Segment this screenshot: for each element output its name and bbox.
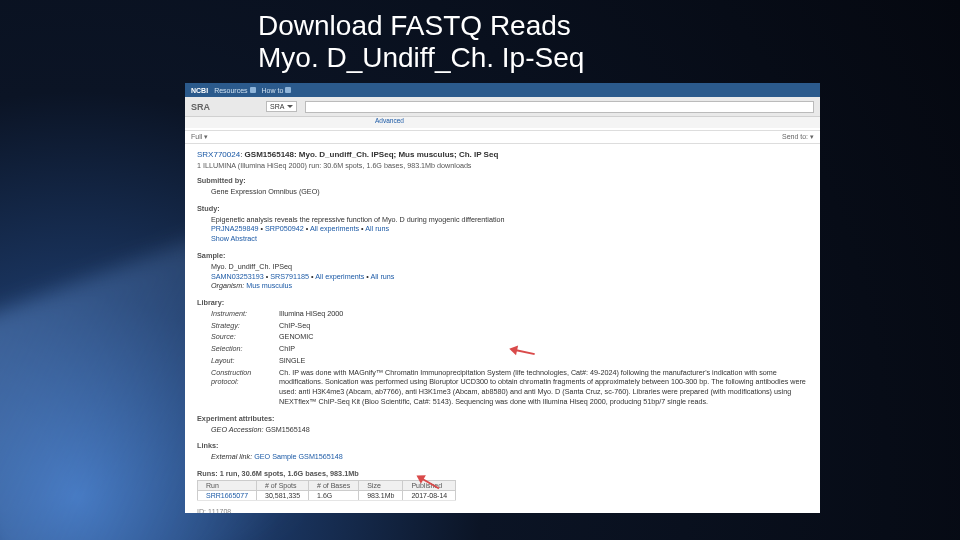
expattr-val: GSM1565148 [265,425,309,434]
search-input[interactable] [306,102,813,112]
view-select[interactable]: Full ▾ [191,133,208,141]
record-title-text: GSM1565148: Myo. D_undiff_Ch. IPSeq; Mus… [245,150,499,159]
slide-title-line1: Download FASTQ Reads [258,10,758,42]
links-heading: Links: [197,441,808,450]
dropdown-icon [250,87,256,93]
layout-val: SINGLE [279,356,808,366]
library-kv: Instrument:Illumina HiSeq 2000 Strategy:… [211,309,808,406]
srs-link[interactable]: SRS791185 [270,272,309,281]
database-label: SRA [270,103,284,110]
resources-menu[interactable]: Resources [214,87,255,94]
advanced-link[interactable]: Advanced [375,117,404,124]
library-heading: Library: [197,298,808,307]
study-desc: Epigenetic analysis reveals the repressi… [211,215,808,225]
ncbi-logo[interactable]: NCBI [191,87,208,94]
submitted-value: Gene Expression Omnibus (GEO) [211,187,808,197]
prjna-link[interactable]: PRJNA259849 [211,224,259,233]
srx-link[interactable]: SRX770024 [197,150,240,159]
ncbi-top-bar: NCBI Resources How to [185,83,820,97]
th-bases[interactable]: # of Bases [309,480,359,490]
expattr-heading: Experiment attributes: [197,414,808,423]
view-toolbar: Full ▾ Send to: ▾ [185,130,820,144]
organism-key: Organism: [211,281,244,290]
record-id: ID: 111708 [197,508,808,513]
record-subline: 1 ILLUMINA (Illumina HiSeq 2000) run: 30… [197,161,808,170]
record-content: SRX770024: GSM1565148: Myo. D_undiff_Ch.… [185,144,820,513]
source-val: GENOMIC [279,332,808,342]
samn-link[interactable]: SAMN03253193 [211,272,264,281]
sample-name: Myo. D_undiff_Ch. IPSeq [211,262,808,272]
database-select[interactable]: SRA [266,101,297,112]
protocol-val: Ch. IP was done with MAGnify™ Chromatin … [279,368,808,407]
record-title: SRX770024: GSM1565148: Myo. D_undiff_Ch.… [197,150,808,159]
spots-val: 30,581,335 [257,490,309,500]
th-spots[interactable]: # of Spots [257,480,309,490]
resources-label: Resources [214,87,247,94]
organism-row: Organism: Mus musculus [211,281,808,291]
links-key: External link: [211,452,252,461]
th-run[interactable]: Run [198,480,257,490]
ncbi-page: NCBI Resources How to SRA SRA Advanced F… [185,83,820,513]
chevron-down-icon [287,105,293,108]
links-row: External link: GEO Sample GSM1565148 [211,452,808,462]
th-published[interactable]: Published [403,480,456,490]
links-section: Links: External link: GEO Sample GSM1565… [197,441,808,462]
study-links: PRJNA259849 • SRP050942 • All experiment… [211,224,808,234]
protocol-key: Construction protocol: [211,368,271,407]
geo-sample-link[interactable]: GEO Sample GSM1565148 [254,452,343,461]
sendto-select[interactable]: Send to: ▾ [782,133,814,141]
library-section: Library: Instrument:Illumina HiSeq 2000 … [197,298,808,406]
sample-allexp-link[interactable]: All experiments [315,272,364,281]
sample-heading: Sample: [197,251,808,260]
instrument-val: Illumina HiSeq 2000 [279,309,808,319]
run-link[interactable]: SRR1665077 [206,492,248,499]
bases-val: 1.6G [309,490,359,500]
slide-title: Download FASTQ Reads Myo. D_Undiff_Ch. I… [258,10,758,74]
sample-section: Sample: Myo. D_undiff_Ch. IPSeq SAMN0325… [197,251,808,291]
submitted-section: Submitted by: Gene Expression Omnibus (G… [197,176,808,197]
published-val: 2017-08-14 [403,490,456,500]
organism-link[interactable]: Mus musculus [246,281,292,290]
expattr-row: GEO Accession: GSM1565148 [211,425,808,435]
runs-summary: Runs: 1 run, 30.6M spots, 1.6G bases, 98… [197,469,808,478]
srp-link[interactable]: SRP050942 [265,224,304,233]
selection-val: ChIP [279,344,808,354]
search-bar: SRA SRA [185,97,820,117]
howto-menu[interactable]: How to [262,87,292,94]
slide-title-line2: Myo. D_Undiff_Ch. Ip-Seq [258,42,758,74]
howto-label: How to [262,87,284,94]
sample-allruns-link[interactable]: All runs [370,272,394,281]
search-input-wrap [305,101,814,113]
instrument-key: Instrument: [211,309,271,319]
th-size[interactable]: Size [359,480,403,490]
submitted-heading: Submitted by: [197,176,808,185]
source-key: Source: [211,332,271,342]
dropdown-icon [285,87,291,93]
study-section: Study: Epigenetic analysis reveals the r… [197,204,808,244]
expattr-section: Experiment attributes: GEO Accession: GS… [197,414,808,435]
runs-section: Runs: 1 run, 30.6M spots, 1.6G bases, 98… [197,469,808,501]
study-heading: Study: [197,204,808,213]
size-val: 983.1Mb [359,490,403,500]
table-row: SRR1665077 30,581,335 1.6G 983.1Mb 2017-… [198,490,456,500]
sample-links: SAMN03253193 • SRS791185 • All experimen… [211,272,808,282]
abstract-link[interactable]: Show Abstract [211,234,257,243]
allexp-link[interactable]: All experiments [310,224,359,233]
runs-table: Run # of Spots # of Bases Size Published… [197,480,456,501]
expattr-key: GEO Accession: [211,425,263,434]
layout-key: Layout: [211,356,271,366]
strategy-key: Strategy: [211,321,271,331]
allruns-link[interactable]: All runs [365,224,389,233]
selection-key: Selection: [211,344,271,354]
strategy-val: ChIP-Seq [279,321,808,331]
advanced-row: Advanced [185,117,820,128]
sra-brand: SRA [191,102,210,112]
